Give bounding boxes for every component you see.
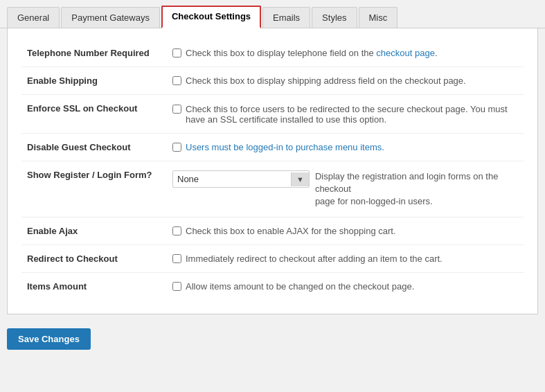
checkbox-row-telephone: Check this box to display telephone fiel… xyxy=(172,48,518,58)
checkbox-ajax[interactable] xyxy=(172,226,181,235)
value-ajax: Check this box to enable AJAX for the sh… xyxy=(167,217,524,244)
label-register-login: Show Register / Login Form? xyxy=(21,161,167,217)
tab-emails[interactable]: Emails xyxy=(262,7,310,28)
select-register-login[interactable]: None Register Form Login Form Both xyxy=(173,171,291,187)
setting-row-redirect: Redirect to Checkout Immediately redirec… xyxy=(21,244,524,272)
checkbox-redirect[interactable] xyxy=(172,254,181,263)
page-wrapper: General Payment Gateways Checkout Settin… xyxy=(0,0,545,357)
dropdown-arrow-register-login[interactable]: ▼ xyxy=(291,172,309,186)
desc-guest: Users must be logged-in to purchase menu… xyxy=(186,142,384,152)
checkbox-ssl[interactable] xyxy=(172,105,181,114)
label-ajax: Enable Ajax xyxy=(21,217,167,244)
setting-row-ssl: Enforce SSL on Checkout Check this to fo… xyxy=(21,95,524,134)
tab-checkout-settings[interactable]: Checkout Settings xyxy=(161,6,261,28)
dropdown-wrapper-register-login: None Register Form Login Form Both ▼ xyxy=(172,170,310,188)
desc-items-amount: Allow items amount to be changed on the … xyxy=(186,281,414,292)
setting-row-telephone: Telephone Number Required Check this box… xyxy=(21,39,524,67)
footer-area: Save Changes xyxy=(0,321,545,357)
label-telephone: Telephone Number Required xyxy=(21,39,167,67)
checkbox-guest[interactable] xyxy=(172,143,181,152)
tab-styles[interactable]: Styles xyxy=(312,7,357,28)
value-register-login: None Register Form Login Form Both ▼ Dis… xyxy=(167,161,524,217)
content-area: Telephone Number Required Check this box… xyxy=(7,28,538,314)
tabs-bar: General Payment Gateways Checkout Settin… xyxy=(0,0,545,28)
checkbox-items-amount[interactable] xyxy=(172,282,181,291)
checkbox-row-redirect: Immediately redirect to checkout after a… xyxy=(172,253,518,264)
value-shipping: Check this box to display shipping addre… xyxy=(167,67,524,95)
value-telephone: Check this box to display telephone fiel… xyxy=(167,39,524,67)
setting-row-items-amount: Items Amount Allow items amount to be ch… xyxy=(21,272,524,300)
save-button[interactable]: Save Changes xyxy=(7,328,91,350)
checkbox-row-shipping: Check this box to display shipping addre… xyxy=(172,75,518,86)
label-guest: Disable Guest Checkout xyxy=(21,134,167,161)
label-items-amount: Items Amount xyxy=(21,272,167,300)
checkbox-row-ssl: Check this to force users to be redirect… xyxy=(172,104,518,125)
select-row-register-login: None Register Form Login Form Both ▼ Dis… xyxy=(172,170,518,208)
tab-payment-gateways[interactable]: Payment Gateways xyxy=(61,7,160,28)
desc-ajax: Check this box to enable AJAX for the sh… xyxy=(186,226,396,236)
value-redirect: Immediately redirect to checkout after a… xyxy=(167,244,524,272)
setting-row-shipping: Enable Shipping Check this box to displa… xyxy=(21,67,524,95)
desc-telephone: Check this box to display telephone fiel… xyxy=(186,48,438,58)
checkbox-row-guest: Users must be logged-in to purchase menu… xyxy=(172,142,518,152)
checkbox-shipping[interactable] xyxy=(172,76,181,85)
checkbox-telephone[interactable] xyxy=(172,48,181,57)
tab-general[interactable]: General xyxy=(7,7,60,28)
value-items-amount: Allow items amount to be changed on the … xyxy=(167,272,524,300)
setting-row-register-login: Show Register / Login Form? None Registe… xyxy=(21,161,524,217)
label-redirect: Redirect to Checkout xyxy=(21,244,167,272)
value-guest: Users must be logged-in to purchase menu… xyxy=(167,134,524,161)
value-ssl: Check this to force users to be redirect… xyxy=(167,95,524,134)
checkbox-row-ajax: Check this box to enable AJAX for the sh… xyxy=(172,226,518,236)
label-shipping: Enable Shipping xyxy=(21,67,167,95)
desc-redirect: Immediately redirect to checkout after a… xyxy=(186,253,443,264)
setting-row-guest: Disable Guest Checkout Users must be log… xyxy=(21,134,524,161)
label-ssl: Enforce SSL on Checkout xyxy=(21,95,167,134)
desc-shipping: Check this box to display shipping addre… xyxy=(186,75,466,86)
desc-ssl: Check this to force users to be redirect… xyxy=(186,104,518,125)
tab-misc[interactable]: Misc xyxy=(359,7,398,28)
desc-register-login: Display the registration and login forms… xyxy=(315,170,518,208)
checkbox-row-items-amount: Allow items amount to be changed on the … xyxy=(172,281,518,292)
settings-table: Telephone Number Required Check this box… xyxy=(21,39,524,300)
setting-row-ajax: Enable Ajax Check this box to enable AJA… xyxy=(21,217,524,244)
